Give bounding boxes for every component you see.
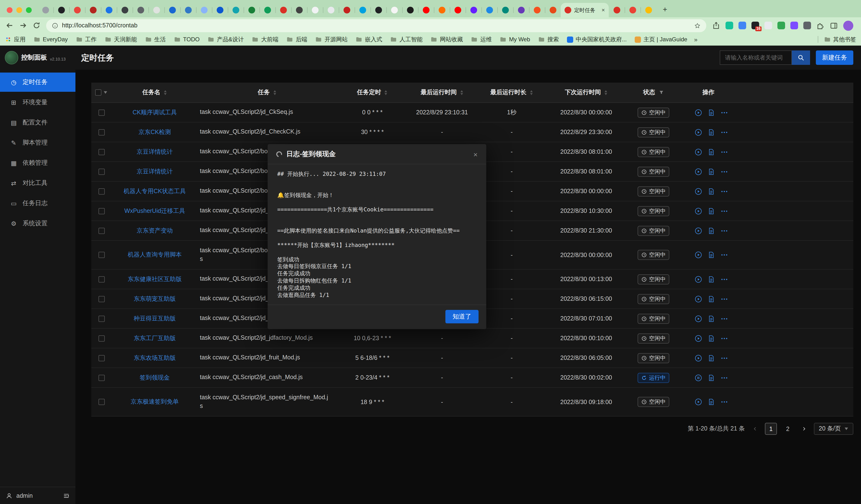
- pagination-page-1[interactable]: 1: [765, 423, 777, 435]
- browser-tab[interactable]: [228, 3, 244, 17]
- view-log-icon[interactable]: [708, 168, 715, 175]
- run-task-icon[interactable]: [695, 398, 702, 406]
- browser-tab[interactable]: [402, 3, 418, 17]
- more-actions-icon[interactable]: [721, 275, 728, 283]
- collapse-sidebar-icon[interactable]: [63, 492, 70, 499]
- view-log-icon[interactable]: [708, 188, 715, 195]
- browser-tab[interactable]: [275, 3, 291, 17]
- run-task-icon[interactable]: [695, 354, 702, 362]
- task-name-link[interactable]: 东东萌宠互助版: [134, 295, 176, 303]
- bookmark-item[interactable]: 人工智能: [391, 35, 423, 43]
- view-log-icon[interactable]: [708, 251, 715, 258]
- run-task-icon[interactable]: [695, 315, 702, 322]
- task-name-link[interactable]: 京豆详情统计: [137, 168, 173, 176]
- browser-tab[interactable]: [149, 3, 164, 17]
- sort-control[interactable]: [163, 90, 167, 95]
- task-name-link[interactable]: 东东农场互助版: [134, 354, 176, 362]
- row-checkbox[interactable]: [98, 374, 105, 381]
- browser-tab[interactable]: [466, 3, 481, 17]
- sort-control[interactable]: [529, 90, 533, 95]
- column-header[interactable]: 任务: [198, 83, 336, 102]
- browser-tab[interactable]: [85, 3, 101, 17]
- bookmark-item[interactable]: 后端: [287, 35, 307, 43]
- task-name-link[interactable]: 机器人查询专用脚本: [128, 251, 182, 259]
- browser-tab[interactable]: [497, 3, 513, 17]
- run-task-icon[interactable]: [695, 207, 702, 215]
- bookmarks-overflow-chevron[interactable]: »: [694, 36, 697, 43]
- browser-tab[interactable]: [180, 3, 196, 17]
- browser-tab[interactable]: [370, 3, 386, 17]
- browser-tab[interactable]: [355, 3, 370, 17]
- browser-tab[interactable]: [434, 3, 450, 17]
- run-task-icon[interactable]: [695, 109, 702, 116]
- bookmark-item[interactable]: 大前端: [252, 35, 278, 43]
- profile-avatar[interactable]: [843, 21, 853, 30]
- view-log-icon[interactable]: [708, 148, 715, 155]
- run-task-icon[interactable]: [695, 295, 702, 302]
- browser-tab[interactable]: [259, 3, 275, 17]
- new-tab-button[interactable]: +: [659, 4, 671, 15]
- row-checkbox[interactable]: [98, 109, 105, 115]
- browser-tab[interactable]: [513, 3, 529, 17]
- more-actions-icon[interactable]: [721, 148, 728, 155]
- browser-tab[interactable]: [481, 3, 497, 17]
- extension-icon[interactable]: 16: [751, 22, 759, 29]
- browser-tab[interactable]: [545, 3, 561, 17]
- browser-tab[interactable]: [117, 3, 133, 17]
- browser-tab[interactable]: [291, 3, 307, 17]
- extension-icon[interactable]: [803, 22, 811, 29]
- view-log-icon[interactable]: [708, 109, 715, 116]
- column-header[interactable]: 下次运行时间: [548, 83, 625, 102]
- other-bookmarks-folder[interactable]: 其他书签: [824, 35, 856, 43]
- row-checkbox[interactable]: [98, 276, 105, 282]
- column-header[interactable]: 最后运行时长: [476, 83, 548, 102]
- run-task-icon[interactable]: [695, 128, 702, 136]
- run-task-icon[interactable]: [695, 168, 702, 175]
- view-log-icon[interactable]: [708, 128, 715, 136]
- puzzle-icon[interactable]: [816, 22, 824, 29]
- bookmark-item[interactable]: 生活: [145, 35, 166, 43]
- sidebar-item-cron[interactable]: ◷定时任务: [0, 72, 76, 92]
- more-actions-icon[interactable]: [721, 128, 728, 136]
- browser-tab[interactable]: [323, 3, 339, 17]
- browser-tab[interactable]: [529, 3, 545, 17]
- more-actions-icon[interactable]: [721, 251, 728, 258]
- browser-tab[interactable]: [164, 3, 180, 17]
- run-task-icon[interactable]: [695, 251, 702, 258]
- row-checkbox[interactable]: [98, 335, 105, 341]
- browser-tab[interactable]: [609, 3, 625, 17]
- extension-icon[interactable]: [738, 22, 746, 29]
- row-checkbox[interactable]: [98, 168, 105, 175]
- row-checkbox[interactable]: [98, 228, 105, 234]
- more-actions-icon[interactable]: [721, 188, 728, 195]
- bookmark-item[interactable]: 工作: [76, 35, 97, 43]
- sidebar-item-dependency[interactable]: ▦依赖管理: [0, 153, 76, 173]
- pagination-next-button[interactable]: [798, 423, 809, 434]
- create-task-button[interactable]: 新建任务: [816, 51, 853, 65]
- stop-task-icon[interactable]: [695, 374, 702, 381]
- view-log-icon[interactable]: [708, 227, 715, 234]
- bookmark-item[interactable]: EveryDay: [33, 36, 68, 43]
- share-icon[interactable]: [712, 22, 720, 29]
- row-checkbox[interactable]: [98, 399, 105, 405]
- refresh-button[interactable]: [31, 20, 42, 31]
- extension-icon[interactable]: [790, 22, 798, 29]
- task-name-link[interactable]: WxPusherUid迁移工具: [124, 207, 185, 215]
- bookmark-item[interactable]: 搜索: [538, 35, 559, 43]
- bookmark-item[interactable]: 天润新能: [105, 35, 137, 43]
- bookmark-item[interactable]: 嵌入式: [356, 35, 382, 43]
- row-checkbox[interactable]: [98, 149, 105, 155]
- panel-icon[interactable]: [830, 22, 838, 29]
- minimize-window-button[interactable]: [16, 7, 22, 13]
- task-name-link[interactable]: 东东健康社区互助版: [128, 275, 182, 283]
- select-all-checkbox[interactable]: [95, 90, 101, 96]
- more-actions-icon[interactable]: [721, 354, 728, 362]
- browser-tab[interactable]: [339, 3, 355, 17]
- task-name-link[interactable]: CK顺序调试工具: [133, 109, 177, 117]
- bookmark-item[interactable]: TODO: [174, 36, 200, 43]
- zoom-window-button[interactable]: [26, 7, 32, 13]
- row-checkbox[interactable]: [98, 129, 105, 135]
- task-name-link[interactable]: 种豆得豆互助版: [134, 315, 176, 323]
- task-name-link[interactable]: 京东极速签到免单: [131, 398, 179, 406]
- forward-button[interactable]: [17, 20, 29, 31]
